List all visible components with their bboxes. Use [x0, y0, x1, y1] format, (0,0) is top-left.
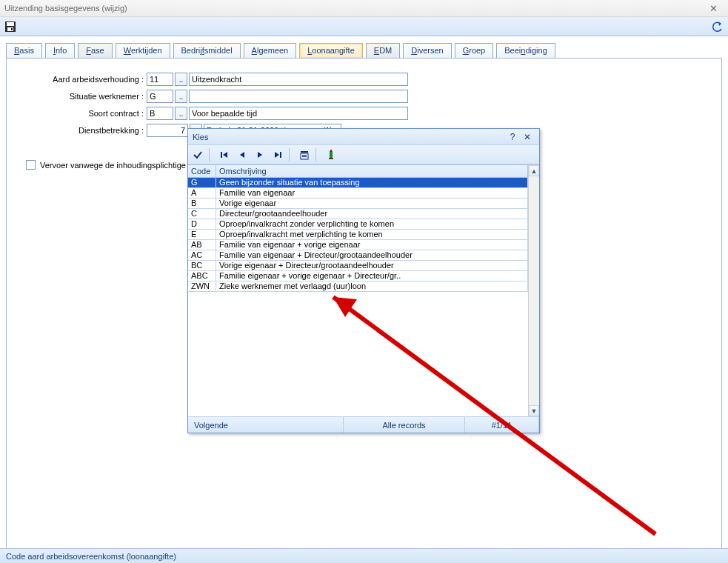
status-count: #1/11	[465, 417, 539, 433]
table-row[interactable]: AFamilie van eigenaar	[188, 188, 528, 199]
table-row[interactable]: CDirecteur/grootaandeelhouder	[188, 209, 528, 219]
table-row[interactable]: ZWNZieke werknemer met verlaagd (uur)loo…	[188, 282, 528, 292]
cell-desc: Directeur/grootaandeelhouder	[216, 209, 528, 219]
kies-grid: Code Omschrijving GGeen bijzonder situat…	[188, 164, 539, 416]
tab-loonaangifte[interactable]: Loonaangifte	[299, 43, 363, 59]
cell-desc: Familie eigenaar + vorige eigenaar + Dir…	[216, 271, 528, 281]
tab-basis[interactable]: Basis	[6, 43, 42, 59]
cell-code: BC	[188, 261, 216, 270]
dienst-label: Dienstbetrekking :	[17, 126, 147, 135]
window-title: Uitzending basisgegevens (wijzig)	[4, 4, 127, 13]
scroll-down-icon[interactable]: ▼	[529, 405, 539, 416]
cell-code: D	[188, 219, 216, 229]
last-icon[interactable]	[270, 147, 286, 163]
toolbar-separator	[209, 148, 213, 161]
aard-lookup-button[interactable]: ..	[175, 73, 187, 86]
table-row[interactable]: ACFamilie van eigenaar + Directeur/groot…	[188, 250, 528, 261]
tab-edm[interactable]: EDM	[366, 43, 400, 59]
first-icon[interactable]	[216, 147, 233, 163]
tab-bedrijfsmiddel[interactable]: Bedrijfsmiddel	[173, 43, 241, 59]
undo-icon[interactable]	[712, 21, 724, 33]
save-icon[interactable]	[4, 21, 16, 33]
window-titlebar: Uitzending basisgegevens (wijzig) ✕	[0, 0, 728, 17]
table-row[interactable]: BCVorige eigenaar + Directeur/grootaande…	[188, 261, 528, 271]
exit-icon[interactable]	[323, 147, 339, 163]
next-icon[interactable]	[252, 147, 268, 163]
tab-werktijden[interactable]: Werktijden	[116, 43, 170, 59]
filter-icon[interactable]	[296, 147, 313, 163]
confirm-icon[interactable]	[190, 147, 206, 163]
dienst-code-input[interactable]	[147, 124, 188, 137]
kies-toolbar	[188, 145, 539, 164]
svg-rect-11	[329, 158, 333, 159]
kies-dialog-titlebar: Kies ? ✕	[188, 129, 539, 145]
status-next[interactable]: Volgende	[188, 417, 344, 433]
cell-code: ZWN	[188, 282, 216, 291]
grid-header-code[interactable]: Code	[188, 165, 216, 177]
svg-rect-5	[280, 152, 281, 158]
cell-code: A	[188, 188, 216, 198]
cell-desc: Familie van eigenaar + vorige eigenaar	[216, 240, 528, 250]
tab-diversen[interactable]: Diversen	[403, 43, 451, 59]
table-row[interactable]: ABFamilie van eigenaar + vorige eigenaar	[188, 240, 528, 250]
soort-code-input[interactable]	[147, 107, 173, 120]
svg-rect-8	[302, 155, 307, 156]
kies-help-button[interactable]: ?	[505, 132, 520, 142]
cell-desc: Zieke werknemer met verlaagd (uur)loon	[216, 282, 528, 291]
svg-rect-9	[302, 156, 307, 157]
cell-desc: Familie van eigenaar	[216, 188, 528, 198]
aard-desc-input[interactable]	[189, 73, 408, 86]
tab-beeindiging[interactable]: Beeindiging	[496, 43, 555, 59]
toolbar-separator	[315, 148, 320, 161]
tab-groep[interactable]: Groep	[455, 43, 494, 59]
table-row[interactable]: DOproep/invalkracht zonder verplichting …	[188, 219, 528, 230]
cell-code: B	[188, 199, 216, 208]
grid-scrollbar[interactable]: ▲ ▼	[528, 165, 539, 416]
kies-close-button[interactable]: ✕	[520, 132, 535, 142]
tab-fase[interactable]: Fase	[78, 43, 112, 59]
svg-rect-1	[7, 22, 14, 26]
cell-desc: Familie van eigenaar + Directeur/grootaa…	[216, 250, 528, 260]
soort-label: Soort contract :	[17, 109, 147, 118]
cell-code: AC	[188, 250, 216, 260]
tab-info[interactable]: Info	[45, 43, 75, 59]
cell-code: ABC	[188, 271, 216, 281]
cell-desc: Oproep/invalkracht met verplichting te k…	[216, 230, 528, 239]
table-row[interactable]: GGeen bijzonder situatie van toepassing	[188, 178, 528, 188]
table-row[interactable]: BVorige eigenaar	[188, 199, 528, 209]
situatie-desc-input[interactable]	[189, 90, 408, 103]
status-all-records[interactable]: Alle records	[344, 417, 465, 433]
grid-header-desc[interactable]: Omschrijving	[216, 165, 528, 177]
cell-code: AB	[188, 240, 216, 250]
situatie-label: Situatie werknemer :	[17, 92, 147, 101]
table-row[interactable]: EOproep/invalkracht met verplichting te …	[188, 230, 528, 240]
window-close-button[interactable]: ✕	[703, 3, 724, 14]
kies-dialog-title: Kies	[193, 133, 208, 141]
kies-dialog: Kies ? ✕ Code	[187, 128, 540, 433]
aard-code-input[interactable]	[147, 73, 173, 86]
grid-header: Code Omschrijving	[188, 165, 528, 178]
tabstrip: Basis Info Fase Werktijden Bedrijfsmidde…	[6, 42, 725, 58]
soort-lookup-button[interactable]: ..	[175, 107, 187, 120]
vervoer-label: Vervoer vanwege de inhoudingsplichtige	[40, 161, 186, 170]
svg-rect-4	[221, 152, 222, 158]
scroll-up-icon[interactable]: ▲	[529, 165, 539, 176]
toolbar-separator	[289, 148, 293, 161]
situatie-code-input[interactable]	[147, 90, 173, 103]
tab-algemeen[interactable]: Algemeen	[244, 43, 297, 59]
cell-code: C	[188, 209, 216, 219]
cell-desc: Oproep/invalkracht zonder verplichting t…	[216, 219, 528, 229]
table-row[interactable]: ABCFamilie eigenaar + vorige eigenaar + …	[188, 271, 528, 282]
cell-desc: Vorige eigenaar	[216, 199, 528, 208]
aard-label: Aard arbeidsverhouding :	[17, 75, 147, 84]
prev-icon[interactable]	[234, 147, 250, 163]
vervoer-checkbox[interactable]	[26, 160, 36, 170]
main-statusbar: Code aard arbeidsovereenkomst (loonaangi…	[0, 548, 728, 563]
cell-desc: Vorige eigenaar + Directeur/grootaandeel…	[216, 261, 528, 270]
statusbar-text: Code aard arbeidsovereenkomst (loonaangi…	[6, 552, 176, 561]
soort-desc-input[interactable]	[189, 107, 408, 120]
cell-desc: Geen bijzonder situatie van toepassing	[216, 178, 528, 187]
main-toolbar	[0, 17, 728, 36]
situatie-lookup-button[interactable]: ..	[175, 90, 187, 103]
svg-rect-12	[330, 150, 332, 152]
